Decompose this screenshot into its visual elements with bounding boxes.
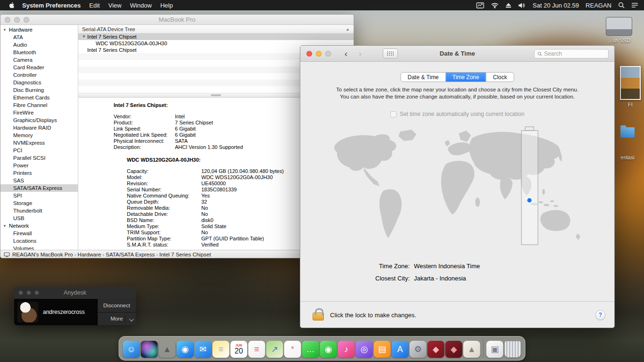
breadcrumb-item[interactable]: SATA/SATA Express bbox=[106, 252, 155, 257]
sidebar-item[interactable]: NVMExpress bbox=[0, 139, 78, 147]
dock-icon-appstore[interactable]: A bbox=[392, 341, 409, 358]
sidebar-item[interactable]: Controller bbox=[0, 71, 78, 79]
dock-icon-safari[interactable]: ◉ bbox=[177, 341, 194, 358]
back-button[interactable]: ‹ bbox=[341, 49, 351, 59]
world-map[interactable] bbox=[319, 126, 596, 247]
sidebar-item[interactable]: Fibre Channel bbox=[0, 101, 78, 109]
sidebar-item[interactable]: ATA bbox=[0, 33, 78, 41]
dock-icon-calendar[interactable]: JUN20 bbox=[231, 341, 248, 358]
sidebar-item[interactable]: Locations bbox=[0, 237, 78, 245]
desktop-icon-drive[interactable]: …sh SSD bbox=[602, 17, 636, 43]
sidebar-item[interactable]: Disc Burning bbox=[0, 86, 78, 94]
sidebar-item[interactable]: SATA/SATA Express bbox=[0, 184, 78, 192]
sidebar-item[interactable]: SPI bbox=[0, 192, 78, 199]
menu-item-view[interactable]: View bbox=[108, 2, 122, 9]
dock-icon-siri[interactable] bbox=[141, 341, 158, 358]
window-toolbar[interactable]: ‹ › Date & Time bbox=[300, 46, 614, 62]
dock-icon-messages[interactable]: … bbox=[302, 341, 319, 358]
apple-menu[interactable] bbox=[8, 1, 15, 9]
help-button[interactable]: ? bbox=[595, 310, 605, 320]
sidebar-item[interactable]: Graphics/Displays bbox=[0, 116, 78, 124]
notification-center-icon[interactable] bbox=[631, 2, 638, 8]
zoom-button[interactable] bbox=[325, 51, 331, 57]
sidebar-item[interactable]: Memory bbox=[0, 132, 78, 139]
tab-clock[interactable]: Clock bbox=[486, 73, 513, 82]
sidebar-item[interactable]: SAS bbox=[0, 177, 78, 184]
breadcrumb-item[interactable]: Intel 7 Series Chipset bbox=[159, 252, 211, 257]
disconnect-button[interactable]: Disconnect bbox=[98, 299, 136, 312]
sidebar-item[interactable]: Bluetooth bbox=[0, 49, 78, 56]
volume-icon[interactable] bbox=[518, 2, 526, 8]
breadcrumb-item[interactable]: Hardware bbox=[78, 252, 101, 257]
sidebar-item[interactable]: Firewall bbox=[0, 230, 78, 237]
sidebar-item[interactable]: FireWire bbox=[0, 109, 78, 116]
more-button[interactable]: More bbox=[98, 312, 136, 326]
desktop-icon-folder[interactable]: entasi bbox=[614, 127, 641, 160]
breadcrumb-item[interactable]: REAGAN's MacBook Pro bbox=[12, 252, 73, 257]
eject-icon[interactable] bbox=[505, 2, 512, 8]
sidebar-section-hardware[interactable]: ▼Hardware bbox=[0, 26, 78, 33]
location-marker[interactable] bbox=[527, 198, 532, 203]
sidebar-item[interactable]: Camera bbox=[0, 56, 78, 64]
forward-button[interactable]: › bbox=[355, 49, 365, 59]
close-button[interactable] bbox=[306, 51, 312, 57]
sidebar-item[interactable]: Parallel SCSI bbox=[0, 154, 78, 162]
sidebar-item[interactable]: Power bbox=[0, 162, 78, 169]
search-input[interactable] bbox=[544, 50, 605, 57]
dock-icon-notes[interactable]: ≡ bbox=[213, 341, 230, 358]
minimize-button[interactable] bbox=[316, 51, 322, 57]
dock-icon-itunes[interactable]: ♪ bbox=[338, 341, 355, 358]
sidebar-item[interactable]: Audio bbox=[0, 41, 78, 49]
wifi-icon[interactable] bbox=[491, 2, 499, 8]
splitter-grip[interactable] bbox=[211, 94, 221, 96]
dock-icon-trash[interactable] bbox=[504, 341, 521, 358]
spotlight-search-icon[interactable] bbox=[618, 2, 625, 8]
tab-time-zone[interactable]: Time Zone bbox=[446, 73, 486, 82]
dock-icon-reminders[interactable]: ≡ bbox=[248, 341, 265, 358]
show-all-button[interactable] bbox=[383, 49, 398, 58]
disclosure-triangle-icon[interactable]: ▼ bbox=[3, 28, 7, 32]
dock-icon-photos[interactable]: * bbox=[284, 341, 301, 358]
dock-icon-facetime[interactable]: ◉ bbox=[320, 341, 337, 358]
dock-icon-finder[interactable]: ☺ bbox=[123, 341, 140, 358]
menu-bar-user[interactable]: REAGAN bbox=[586, 2, 611, 9]
sidebar-section-network[interactable]: ▼Network bbox=[0, 222, 78, 230]
dock-icon-podcasts[interactable]: ◎ bbox=[356, 341, 373, 358]
sidebar-item[interactable]: Printers bbox=[0, 169, 78, 177]
timezone-band[interactable] bbox=[521, 131, 538, 245]
search-field[interactable] bbox=[534, 49, 609, 58]
window-title-bar[interactable]: Anydesk bbox=[14, 287, 136, 299]
device-tree-row[interactable]: ▼Intel 7 Series Chipset bbox=[78, 33, 354, 40]
sidebar-item[interactable]: Volumes bbox=[0, 245, 78, 250]
timezone-band-handle[interactable] bbox=[525, 127, 534, 131]
dock-icon-ibooks[interactable]: ▤ bbox=[374, 341, 391, 358]
sidebar-item[interactable]: Hardware RAID bbox=[0, 124, 78, 132]
sidebar-item[interactable]: PCI bbox=[0, 147, 78, 154]
sidebar-item[interactable]: USB bbox=[0, 214, 78, 222]
menu-bar-clock[interactable]: Sat 20 Jun 02.59 bbox=[533, 2, 579, 9]
sidebar-item[interactable]: Diagnostics bbox=[0, 79, 78, 86]
dock-icon-launchpad[interactable]: ▲ bbox=[159, 341, 176, 358]
sidebar-item[interactable]: Card Reader bbox=[0, 64, 78, 71]
dock-icon-system-preferences[interactable]: ⚙ bbox=[410, 341, 427, 358]
window-title-bar[interactable]: MacBook Pro bbox=[0, 15, 354, 25]
desktop-icon-image[interactable]: FI bbox=[619, 66, 642, 107]
auto-timezone-checkbox[interactable] bbox=[390, 111, 396, 117]
dock-icon-pyramid-app[interactable]: ▲ bbox=[463, 341, 480, 358]
sidebar-item[interactable]: Ethernet Cards bbox=[0, 94, 78, 101]
menu-item-help[interactable]: Help bbox=[160, 2, 173, 9]
menu-item-window[interactable]: Window bbox=[130, 2, 152, 9]
dock-icon-app-red-2[interactable]: ◆ bbox=[446, 341, 462, 358]
disclosure-triangle-icon[interactable]: ▼ bbox=[82, 33, 87, 40]
performance-graph-icon[interactable] bbox=[476, 2, 484, 8]
dock-icon-maps[interactable]: ↗ bbox=[266, 341, 283, 358]
disclosure-triangle-icon[interactable]: ▼ bbox=[3, 224, 7, 228]
dock-icon-mail[interactable]: ✉ bbox=[195, 341, 212, 358]
sidebar-item[interactable]: Storage bbox=[0, 199, 78, 207]
menu-item-edit[interactable]: Edit bbox=[89, 2, 99, 9]
lock-icon[interactable] bbox=[313, 313, 324, 321]
device-tree-header[interactable]: Serial-ATA Device Tree ▲ bbox=[78, 25, 354, 33]
sidebar-item[interactable]: Thunderbolt bbox=[0, 207, 78, 214]
chevron-down-icon[interactable] bbox=[129, 317, 134, 321]
active-app-menu[interactable]: System Preferences bbox=[22, 2, 81, 9]
